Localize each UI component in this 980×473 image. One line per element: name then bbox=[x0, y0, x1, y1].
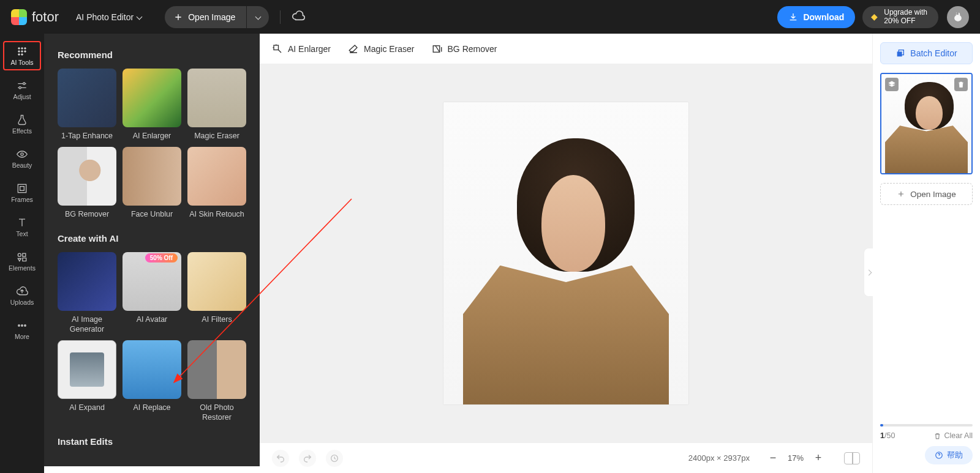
redo-button[interactable] bbox=[299, 450, 316, 467]
svg-rect-14 bbox=[23, 253, 26, 256]
enlarge-icon bbox=[272, 43, 283, 54]
rail-label: Effects bbox=[12, 127, 32, 135]
canvas-image[interactable] bbox=[443, 102, 688, 404]
svg-rect-18 bbox=[274, 45, 279, 50]
history-button[interactable] bbox=[326, 450, 343, 467]
tool-thumb bbox=[123, 340, 181, 399]
images-count-slider[interactable] bbox=[880, 424, 973, 426]
zoom-out-button[interactable]: − bbox=[766, 451, 780, 466]
tool-thumb bbox=[123, 69, 181, 127]
rail-item-elements[interactable]: Elements bbox=[3, 247, 41, 276]
right-panel-expand-button[interactable] bbox=[864, 248, 873, 297]
rail-label: Adjust bbox=[13, 93, 31, 100]
tool-label: AI Skin Retouch bbox=[189, 209, 244, 219]
image-thumbnail[interactable] bbox=[880, 73, 973, 174]
tool-ai-replace[interactable]: AI Replace bbox=[123, 340, 181, 423]
rail-item-ai-tools[interactable]: AI Tools bbox=[3, 41, 41, 70]
logo-icon bbox=[11, 9, 27, 25]
action-magic-eraser[interactable]: Magic Eraser bbox=[348, 43, 414, 54]
svg-rect-12 bbox=[20, 187, 24, 191]
svg-point-9 bbox=[19, 87, 21, 89]
tool-ai-expand[interactable]: AI Expand bbox=[58, 340, 116, 423]
section-title-instant: Instant Edits bbox=[58, 436, 251, 447]
zoom-controls: − 17% + bbox=[766, 451, 826, 466]
tool-old-photo-restorer[interactable]: Old Photo Restorer bbox=[187, 340, 246, 423]
thumbnail-delete-button[interactable] bbox=[954, 78, 968, 91]
rail-item-text[interactable]: Text bbox=[3, 212, 41, 242]
redo-icon bbox=[303, 453, 312, 463]
action-ai-enlarger[interactable]: AI Enlarger bbox=[272, 43, 331, 54]
action-label: BG Remover bbox=[448, 44, 497, 54]
rail-item-more[interactable]: More bbox=[3, 315, 41, 345]
tool-1tap-enhance[interactable]: 1-Tap Enhance bbox=[58, 69, 116, 141]
svg-point-7 bbox=[21, 54, 23, 56]
open-image-button[interactable]: Open Image bbox=[165, 6, 246, 28]
rail-item-beauty[interactable]: Beauty bbox=[3, 144, 41, 173]
tool-thumb bbox=[187, 252, 246, 311]
download-button[interactable]: Download bbox=[777, 6, 855, 28]
rail-item-uploads[interactable]: Uploads bbox=[3, 281, 41, 310]
tool-thumb bbox=[187, 147, 246, 206]
batch-editor-button[interactable]: Batch Editor bbox=[880, 42, 973, 64]
tool-ai-avatar[interactable]: 50% OffAI Avatar bbox=[123, 252, 181, 335]
more-icon bbox=[16, 319, 28, 332]
trash-icon bbox=[933, 432, 941, 440]
cloud-icon bbox=[292, 9, 305, 23]
section-title-create: Create with AI bbox=[58, 233, 251, 244]
bg-remove-icon bbox=[432, 43, 443, 54]
layers-icon bbox=[888, 80, 896, 89]
upgrade-button[interactable]: ◆ Upgrade with 20% OFF bbox=[862, 6, 938, 28]
upgrade-line1: Upgrade with bbox=[884, 8, 927, 17]
tool-face-unblur[interactable]: Face Unblur bbox=[123, 147, 181, 219]
canvas-column: AI Enlarger Magic Eraser BG Remover bbox=[260, 34, 872, 473]
tool-thumb bbox=[123, 147, 181, 206]
open-image-options-button[interactable] bbox=[247, 6, 269, 28]
tool-ai-filters[interactable]: AI Filters bbox=[187, 252, 246, 335]
rail-item-effects[interactable]: Effects bbox=[3, 110, 41, 139]
thumbnail-layers-button[interactable] bbox=[885, 78, 899, 91]
undo-button[interactable] bbox=[272, 450, 289, 467]
open-image-secondary-label: Open Image bbox=[910, 190, 956, 199]
rail-label: Uploads bbox=[10, 299, 34, 306]
history-icon bbox=[330, 453, 339, 463]
rail-item-adjust[interactable]: Adjust bbox=[3, 75, 41, 105]
account-avatar[interactable] bbox=[947, 6, 969, 28]
open-image-label: Open Image bbox=[188, 12, 235, 22]
right-panel: Batch Editor Open Image 1/50 Clear All bbox=[872, 34, 980, 473]
tool-thumb bbox=[58, 340, 116, 399]
rail-label: Elements bbox=[9, 264, 36, 272]
tool-label: Old Photo Restorer bbox=[187, 403, 246, 423]
tool-label: AI Replace bbox=[133, 403, 170, 412]
tool-magic-eraser[interactable]: Magic Eraser bbox=[187, 69, 246, 141]
editor-mode-dropdown[interactable]: AI Photo Editor bbox=[76, 12, 141, 22]
open-image-secondary-button[interactable]: Open Image bbox=[880, 183, 973, 205]
clear-all-button[interactable]: Clear All bbox=[933, 431, 973, 440]
svg-point-17 bbox=[24, 325, 26, 327]
clear-all-label: Clear All bbox=[944, 431, 973, 440]
upgrade-line2: 20% OFF bbox=[884, 17, 915, 25]
tool-bg-remover[interactable]: BG Remover bbox=[58, 147, 116, 219]
sliders-icon bbox=[16, 80, 28, 92]
rail-item-frames[interactable]: Frames bbox=[3, 178, 41, 207]
tool-ai-skin-retouch[interactable]: AI Skin Retouch bbox=[187, 147, 246, 219]
brand-logo[interactable]: fotor bbox=[11, 9, 59, 25]
open-image-split-button: Open Image bbox=[165, 6, 269, 28]
top-action-bar: AI Enlarger Magic Eraser BG Remover bbox=[260, 34, 872, 64]
cloud-sync-button[interactable] bbox=[292, 9, 305, 25]
undo-icon bbox=[276, 453, 285, 463]
tool-ai-enlarger[interactable]: AI Enlarger bbox=[123, 69, 181, 141]
svg-point-10 bbox=[21, 153, 23, 155]
canvas-stage[interactable] bbox=[260, 64, 872, 442]
tool-ai-image-generator[interactable]: AI Image Generator bbox=[58, 252, 116, 335]
action-label: Magic Eraser bbox=[364, 44, 414, 54]
compare-button[interactable] bbox=[844, 452, 860, 464]
svg-point-3 bbox=[18, 51, 20, 53]
svg-point-8 bbox=[23, 83, 25, 84]
zoom-in-button[interactable]: + bbox=[811, 451, 826, 466]
tool-label: AI Image Generator bbox=[58, 315, 116, 335]
help-button[interactable]: 帮助 bbox=[925, 446, 973, 464]
action-bg-remover[interactable]: BG Remover bbox=[432, 43, 497, 54]
rail-label: Text bbox=[16, 230, 28, 237]
svg-point-13 bbox=[18, 253, 21, 256]
chevron-down-icon bbox=[137, 14, 143, 20]
